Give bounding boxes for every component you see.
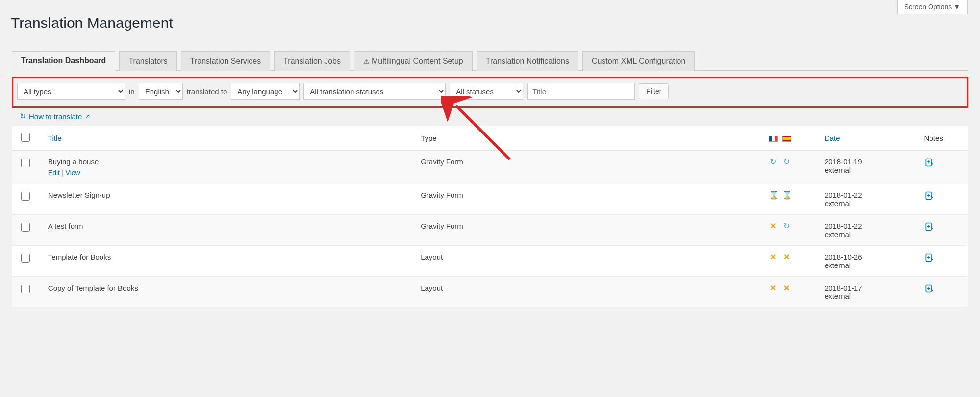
column-date-header[interactable]: Date: [825, 134, 840, 142]
status-hourglass-icon[interactable]: ⌛: [769, 191, 778, 200]
filter-bar: All types in English translated to Any l…: [12, 77, 968, 108]
tab-label: Translation Dashboard: [21, 56, 106, 65]
row-date-sub: external: [825, 292, 912, 300]
label-in: in: [129, 87, 135, 96]
column-notes-header: Notes: [924, 134, 943, 142]
row-checkbox[interactable]: [21, 192, 30, 201]
status-hourglass-icon[interactable]: ⌛: [782, 191, 791, 200]
row-checkbox[interactable]: [21, 285, 30, 293]
row-date-sub: external: [825, 261, 912, 269]
add-note-icon[interactable]: [924, 284, 934, 293]
tab-translation-dashboard[interactable]: Translation Dashboard: [12, 51, 115, 71]
column-type-header: Type: [421, 134, 437, 142]
tabs-nav: Translation DashboardTranslatorsTranslat…: [12, 51, 968, 71]
tab-translation-notifications[interactable]: Translation Notifications: [477, 51, 578, 71]
row-date: 2018-01-22: [825, 191, 912, 199]
row-actions: Edit|View: [48, 169, 409, 177]
table-row: Newsletter Sign-upGravity Form⌛⌛2018-01-…: [12, 184, 968, 215]
refresh-icon: ↻: [20, 112, 26, 121]
how-to-translate: ↻ How to translate ↗: [20, 112, 980, 121]
flag-fr-icon: [769, 136, 778, 142]
filter-to-lang-select[interactable]: Any language: [231, 83, 300, 100]
row-checkbox[interactable]: [21, 254, 30, 263]
row-checkbox[interactable]: [21, 159, 30, 167]
filter-from-lang-select[interactable]: English: [139, 83, 183, 100]
tab-translation-jobs[interactable]: Translation Jobs: [274, 51, 350, 71]
row-date-sub: external: [825, 230, 912, 238]
page-title: Translation Management: [0, 0, 980, 31]
row-date: 2018-01-17: [825, 284, 912, 292]
row-type: Layout: [415, 246, 763, 277]
filter-types-select[interactable]: All types: [17, 83, 125, 100]
table-row: Buying a houseEdit|ViewGravity Form↻↻201…: [12, 151, 968, 184]
row-date: 2018-01-19: [825, 158, 912, 166]
view-link[interactable]: View: [66, 169, 80, 177]
flag-es-icon: [782, 136, 791, 142]
filter-title-input[interactable]: [527, 83, 635, 100]
table-row: Template for BooksLayout✕✕2018-10-26exte…: [12, 246, 968, 277]
add-note-icon[interactable]: [924, 253, 934, 263]
tab-label: Translation Jobs: [283, 57, 341, 66]
add-note-icon[interactable]: [924, 191, 934, 201]
row-type: Gravity Form: [415, 184, 763, 215]
tab-label: Translation Notifications: [486, 57, 569, 66]
add-note-icon[interactable]: [924, 222, 934, 232]
status-x-icon[interactable]: ✕: [769, 253, 778, 262]
table-row: Copy of Template for BooksLayout✕✕2018-0…: [12, 277, 968, 308]
tab-label: Translators: [128, 57, 167, 66]
tab-translation-services[interactable]: Translation Services: [181, 51, 270, 71]
row-title: Newsletter Sign-up: [48, 191, 409, 199]
label-translated-to: translated to: [187, 87, 227, 96]
tab-label: Translation Services: [190, 57, 261, 66]
edit-link[interactable]: Edit: [48, 169, 60, 177]
row-date: 2018-10-26: [825, 253, 912, 261]
row-type: Gravity Form: [415, 151, 763, 184]
row-type: Layout: [415, 277, 763, 308]
tab-label: Multilingual Content Setup: [372, 57, 463, 66]
tab-multilingual-setup[interactable]: ⚠Multilingual Content Setup: [354, 51, 473, 71]
select-all-checkbox[interactable]: [21, 133, 30, 142]
row-checkbox[interactable]: [21, 223, 30, 232]
row-date: 2018-01-22: [825, 222, 912, 230]
row-title: Buying a house: [48, 158, 409, 166]
row-title: Template for Books: [48, 253, 409, 261]
warning-icon: ⚠: [363, 57, 370, 65]
status-x-icon[interactable]: ✕: [769, 284, 778, 292]
status-x-icon[interactable]: ✕: [782, 284, 791, 292]
column-title-header[interactable]: Title: [48, 134, 62, 142]
status-x-icon[interactable]: ✕: [769, 222, 778, 231]
tab-translators[interactable]: Translators: [119, 51, 176, 71]
screen-options-button[interactable]: Screen Options ▼: [897, 0, 968, 14]
how-to-translate-link[interactable]: How to translate: [29, 112, 82, 121]
row-date-sub: external: [825, 166, 912, 174]
status-x-icon[interactable]: ✕: [782, 253, 791, 262]
content-table: Title Type Date Notes Buying a houseEdit…: [12, 126, 968, 308]
row-type: Gravity Form: [415, 215, 763, 246]
filter-translation-status-select[interactable]: All translation statuses: [303, 83, 446, 100]
row-title: A test form: [48, 222, 409, 230]
status-refresh-icon[interactable]: ↻: [782, 158, 791, 166]
filter-status-select[interactable]: All statuses: [450, 83, 523, 100]
table-row: A test formGravity Form✕↻2018-01-22exter…: [12, 215, 968, 246]
row-date-sub: external: [825, 199, 912, 208]
tab-label: Custom XML Configuration: [592, 57, 686, 66]
tab-custom-xml[interactable]: Custom XML Configuration: [582, 51, 695, 71]
external-link-icon: ↗: [85, 113, 90, 120]
status-refresh-icon[interactable]: ↻: [782, 222, 791, 231]
status-refresh-icon[interactable]: ↻: [769, 158, 778, 166]
filter-button[interactable]: Filter: [639, 83, 669, 99]
add-note-icon[interactable]: [924, 158, 934, 167]
row-title: Copy of Template for Books: [48, 284, 409, 292]
